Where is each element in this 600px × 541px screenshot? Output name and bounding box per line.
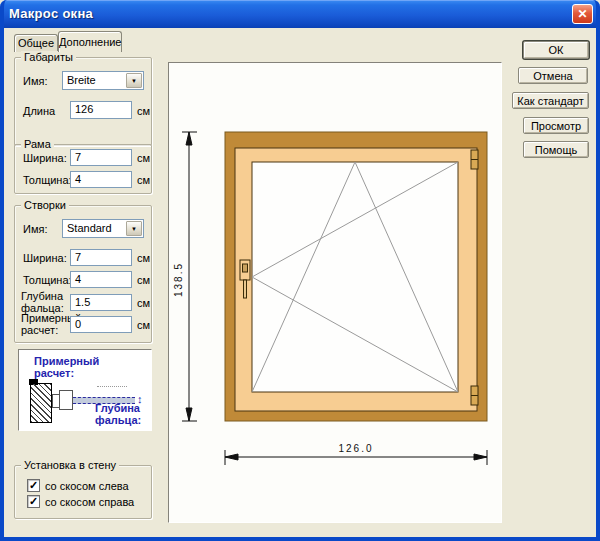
dropdown-arrow-icon[interactable]: ▼ <box>126 221 142 236</box>
group-sash: Створки Имя: Standard ▼ Ширина: 7 см Тол… <box>14 205 152 343</box>
group-frame: Рама Ширина: 7 см Толщина: 4 см <box>14 144 152 194</box>
rebate-illustration: Примерный расчет: ↕ Глубина фальца: <box>18 349 152 431</box>
sash-profile-shape <box>59 390 73 410</box>
bevel-left-label: со скосом слева <box>45 480 129 492</box>
dialog-content: Общее Дополнение Габариты Имя: Breite ▼ … <box>4 28 596 537</box>
dimensions-name-combobox[interactable]: Breite ▼ <box>62 71 144 90</box>
help-button[interactable]: Помощь <box>523 141 589 158</box>
tab-general-label: Общее <box>18 37 54 49</box>
sash-name-label: Имя: <box>23 223 47 235</box>
tab-addition[interactable]: Дополнение <box>58 31 122 52</box>
sash-width-input[interactable]: 7 <box>70 249 132 266</box>
close-button[interactable]: ✕ <box>572 4 593 24</box>
window-preview-panel: 138.5 126.0 <box>168 62 502 523</box>
wall-section-hatch <box>30 383 52 423</box>
sash-thickness-input[interactable]: 4 <box>70 271 132 288</box>
dimensions-name-value: Breite <box>67 74 96 86</box>
hinge-bottom-icon <box>471 386 478 405</box>
sash-rebate-input[interactable]: 1.5 <box>70 294 132 311</box>
reference-dotted-line <box>97 386 127 387</box>
length-label: Длина <box>23 105 55 117</box>
bevel-left-checkbox[interactable]: ✓ <box>27 479 40 492</box>
check-icon: ✓ <box>29 479 38 491</box>
group-dimensions: Габариты Имя: Breite ▼ Длина 126 см <box>14 57 152 146</box>
sash-rebate-label: Глубина фальца: <box>21 290 69 314</box>
sash-width-unit: см <box>137 252 150 264</box>
frame-width-label: Ширина: <box>23 152 67 164</box>
sash-rebate-unit: см <box>137 297 150 309</box>
glass-rect <box>252 162 458 392</box>
frame-thickness-label: Толщина: <box>23 174 72 186</box>
frame-width-unit: см <box>137 152 150 164</box>
group-frame-title: Рама <box>21 138 54 150</box>
dimensions-name-label: Имя: <box>23 75 47 87</box>
length-unit-label: см <box>137 105 150 117</box>
length-input[interactable]: 126 <box>70 101 132 119</box>
sash-calc-input[interactable]: 0 <box>70 316 132 333</box>
frame-thickness-unit: см <box>137 174 150 186</box>
sash-name-value: Standard <box>67 222 112 234</box>
hinge-top-icon <box>471 150 478 169</box>
group-sash-title: Створки <box>21 199 69 211</box>
sash-thickness-label: Толщина: <box>23 274 72 286</box>
tab-general[interactable]: Общее <box>14 34 58 52</box>
dialog-window: Макрос окна ✕ Общее Дополнение Габариты … <box>0 0 600 541</box>
titlebar[interactable]: Макрос окна ✕ <box>0 0 600 28</box>
frame-thickness-input[interactable]: 4 <box>70 171 132 188</box>
check-icon: ✓ <box>29 495 38 507</box>
height-dimension: 138.5 <box>173 132 197 421</box>
close-icon: ✕ <box>577 7 587 21</box>
window-drawing: 138.5 126.0 <box>169 63 501 522</box>
sash-calc-label: Примерный расчет: <box>21 312 73 336</box>
width-dimension-value: 126.0 <box>338 443 373 454</box>
bevel-right-label: со скосом справа <box>45 496 134 508</box>
group-wall-install: Установка в стену ✓ со скосом слева ✓ со… <box>14 465 152 519</box>
window-title: Макрос окна <box>9 6 93 21</box>
sash-calc-unit: см <box>137 319 150 331</box>
frame-width-input[interactable]: 7 <box>70 149 132 166</box>
sash-thickness-unit: см <box>137 274 150 286</box>
tab-addition-label: Дополнение <box>59 36 121 48</box>
illustration-rebate-text: Глубина фальца: <box>95 402 152 426</box>
as-standard-button[interactable]: Как стандарт <box>512 92 589 109</box>
height-dimension-value: 138.5 <box>173 262 184 297</box>
group-dimensions-title: Габариты <box>21 51 76 63</box>
width-dimension: 126.0 <box>225 443 487 465</box>
sash-name-combobox[interactable]: Standard ▼ <box>62 219 144 238</box>
illustration-calc-text: Примерный расчет: <box>34 355 104 379</box>
cancel-button[interactable]: Отмена <box>518 67 588 84</box>
group-wall-title: Установка в стену <box>21 459 119 471</box>
bevel-right-checkbox[interactable]: ✓ <box>27 495 40 508</box>
sash-width-label: Ширина: <box>23 252 67 264</box>
ok-button[interactable]: ОК <box>523 41 589 59</box>
dropdown-arrow-icon[interactable]: ▼ <box>126 73 142 88</box>
preview-button[interactable]: Просмотр <box>523 117 589 134</box>
